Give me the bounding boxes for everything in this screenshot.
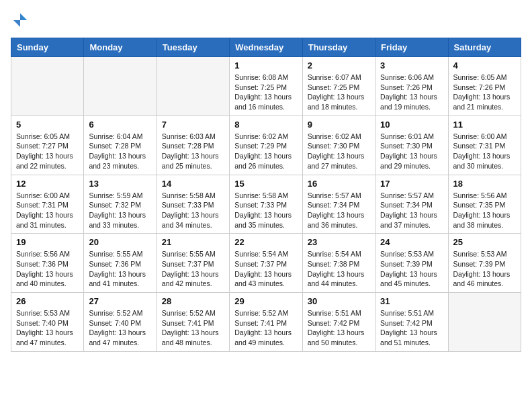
- day-number: 17: [380, 179, 443, 189]
- cell-info: Sunrise: 5:52 AM Sunset: 7:40 PM Dayligh…: [89, 308, 151, 348]
- day-number: 27: [89, 296, 151, 306]
- cell-info: Sunrise: 6:04 AM Sunset: 7:28 PM Dayligh…: [89, 132, 151, 171]
- week-row: 26Sunrise: 5:53 AM Sunset: 7:40 PM Dayli…: [11, 293, 521, 352]
- calendar-cell: 16Sunrise: 5:57 AM Sunset: 7:34 PM Dayli…: [302, 175, 375, 234]
- cell-info: Sunrise: 5:56 AM Sunset: 7:35 PM Dayligh…: [453, 191, 516, 230]
- weekday-header: Sunday: [11, 38, 84, 57]
- day-number: 13: [89, 179, 151, 189]
- day-number: 11: [453, 120, 516, 130]
- day-number: 20: [89, 237, 151, 247]
- calendar-cell: 28Sunrise: 5:52 AM Sunset: 7:41 PM Dayli…: [157, 293, 229, 352]
- cell-info: Sunrise: 6:00 AM Sunset: 7:31 PM Dayligh…: [16, 191, 79, 230]
- day-number: 19: [16, 237, 79, 247]
- cell-info: Sunrise: 5:55 AM Sunset: 7:36 PM Dayligh…: [89, 249, 151, 289]
- day-number: 30: [308, 296, 370, 306]
- cell-info: Sunrise: 6:01 AM Sunset: 7:30 PM Dayligh…: [380, 132, 443, 171]
- logo: [11, 11, 31, 30]
- calendar-cell: [11, 57, 84, 116]
- weekday-header: Monday: [84, 38, 157, 57]
- cell-info: Sunrise: 6:07 AM Sunset: 7:25 PM Dayligh…: [308, 73, 370, 112]
- calendar-cell: 6Sunrise: 6:04 AM Sunset: 7:28 PM Daylig…: [84, 116, 157, 175]
- calendar-cell: 21Sunrise: 5:55 AM Sunset: 7:37 PM Dayli…: [157, 234, 229, 293]
- calendar-cell: 4Sunrise: 6:05 AM Sunset: 7:26 PM Daylig…: [448, 57, 521, 116]
- calendar-cell: 30Sunrise: 5:51 AM Sunset: 7:42 PM Dayli…: [302, 293, 375, 352]
- day-number: 9: [308, 120, 370, 130]
- day-number: 6: [89, 120, 151, 130]
- day-number: 29: [234, 296, 297, 306]
- day-number: 23: [308, 237, 370, 247]
- day-number: 10: [380, 120, 443, 130]
- cell-info: Sunrise: 5:56 AM Sunset: 7:36 PM Dayligh…: [16, 249, 79, 289]
- calendar-cell: 9Sunrise: 6:02 AM Sunset: 7:30 PM Daylig…: [302, 116, 375, 175]
- calendar-cell: 31Sunrise: 5:51 AM Sunset: 7:42 PM Dayli…: [375, 293, 448, 352]
- weekday-header: Wednesday: [230, 38, 302, 57]
- weekday-header: Saturday: [448, 38, 521, 57]
- day-number: 15: [234, 179, 297, 189]
- page-header: [11, 11, 521, 30]
- cell-info: Sunrise: 5:57 AM Sunset: 7:34 PM Dayligh…: [380, 191, 443, 230]
- cell-info: Sunrise: 6:02 AM Sunset: 7:30 PM Dayligh…: [308, 132, 370, 171]
- cell-info: Sunrise: 5:57 AM Sunset: 7:34 PM Dayligh…: [308, 191, 370, 230]
- day-number: 21: [162, 237, 224, 247]
- calendar-cell: 18Sunrise: 5:56 AM Sunset: 7:35 PM Dayli…: [448, 175, 521, 234]
- weekday-header: Tuesday: [157, 38, 229, 57]
- calendar-cell: [157, 57, 229, 116]
- calendar-cell: 5Sunrise: 6:05 AM Sunset: 7:27 PM Daylig…: [11, 116, 84, 175]
- calendar-cell: 27Sunrise: 5:52 AM Sunset: 7:40 PM Dayli…: [84, 293, 157, 352]
- calendar-cell: 23Sunrise: 5:54 AM Sunset: 7:38 PM Dayli…: [302, 234, 375, 293]
- weekday-header: Thursday: [302, 38, 375, 57]
- calendar-table: SundayMondayTuesdayWednesdayThursdayFrid…: [11, 38, 521, 352]
- cell-info: Sunrise: 6:06 AM Sunset: 7:26 PM Dayligh…: [380, 73, 443, 112]
- calendar-cell: 11Sunrise: 6:00 AM Sunset: 7:31 PM Dayli…: [448, 116, 521, 175]
- day-number: 14: [162, 179, 224, 189]
- day-number: 7: [162, 120, 224, 130]
- week-row: 19Sunrise: 5:56 AM Sunset: 7:36 PM Dayli…: [11, 234, 521, 293]
- cell-info: Sunrise: 5:59 AM Sunset: 7:32 PM Dayligh…: [89, 191, 151, 230]
- calendar-cell: 1Sunrise: 6:08 AM Sunset: 7:25 PM Daylig…: [230, 57, 302, 116]
- calendar-cell: 25Sunrise: 5:53 AM Sunset: 7:39 PM Dayli…: [448, 234, 521, 293]
- calendar-cell: 2Sunrise: 6:07 AM Sunset: 7:25 PM Daylig…: [302, 57, 375, 116]
- day-number: 26: [16, 296, 79, 306]
- calendar-cell: 3Sunrise: 6:06 AM Sunset: 7:26 PM Daylig…: [375, 57, 448, 116]
- cell-info: Sunrise: 6:03 AM Sunset: 7:28 PM Dayligh…: [162, 132, 224, 171]
- calendar-cell: 19Sunrise: 5:56 AM Sunset: 7:36 PM Dayli…: [11, 234, 84, 293]
- cell-info: Sunrise: 5:58 AM Sunset: 7:33 PM Dayligh…: [162, 191, 224, 230]
- calendar-cell: 26Sunrise: 5:53 AM Sunset: 7:40 PM Dayli…: [11, 293, 84, 352]
- calendar-cell: 17Sunrise: 5:57 AM Sunset: 7:34 PM Dayli…: [375, 175, 448, 234]
- day-number: 4: [453, 60, 516, 71]
- week-row: 5Sunrise: 6:05 AM Sunset: 7:27 PM Daylig…: [11, 116, 521, 175]
- day-number: 1: [234, 60, 297, 71]
- cell-info: Sunrise: 5:54 AM Sunset: 7:38 PM Dayligh…: [308, 249, 370, 289]
- day-number: 5: [16, 120, 79, 130]
- calendar-cell: 24Sunrise: 5:53 AM Sunset: 7:39 PM Dayli…: [375, 234, 448, 293]
- calendar-cell: 10Sunrise: 6:01 AM Sunset: 7:30 PM Dayli…: [375, 116, 448, 175]
- calendar-cell: 15Sunrise: 5:58 AM Sunset: 7:33 PM Dayli…: [230, 175, 302, 234]
- day-number: 12: [16, 179, 79, 189]
- day-number: 8: [234, 120, 297, 130]
- calendar-cell: 8Sunrise: 6:02 AM Sunset: 7:29 PM Daylig…: [230, 116, 302, 175]
- day-number: 16: [308, 179, 370, 189]
- calendar-cell: 29Sunrise: 5:52 AM Sunset: 7:41 PM Dayli…: [230, 293, 302, 352]
- calendar-cell: 12Sunrise: 6:00 AM Sunset: 7:31 PM Dayli…: [11, 175, 84, 234]
- calendar-cell: 22Sunrise: 5:54 AM Sunset: 7:37 PM Dayli…: [230, 234, 302, 293]
- calendar-cell: 13Sunrise: 5:59 AM Sunset: 7:32 PM Dayli…: [84, 175, 157, 234]
- cell-info: Sunrise: 6:05 AM Sunset: 7:27 PM Dayligh…: [16, 132, 79, 171]
- cell-info: Sunrise: 5:54 AM Sunset: 7:37 PM Dayligh…: [234, 249, 297, 289]
- day-number: 3: [380, 60, 443, 71]
- cell-info: Sunrise: 5:52 AM Sunset: 7:41 PM Dayligh…: [162, 308, 224, 348]
- cell-info: Sunrise: 5:51 AM Sunset: 7:42 PM Dayligh…: [308, 308, 370, 348]
- day-number: 18: [453, 179, 516, 189]
- day-number: 28: [162, 296, 224, 306]
- calendar-cell: 20Sunrise: 5:55 AM Sunset: 7:36 PM Dayli…: [84, 234, 157, 293]
- weekday-header: Friday: [375, 38, 448, 57]
- calendar-header-row: SundayMondayTuesdayWednesdayThursdayFrid…: [11, 38, 521, 57]
- cell-info: Sunrise: 5:53 AM Sunset: 7:40 PM Dayligh…: [16, 308, 79, 348]
- cell-info: Sunrise: 5:58 AM Sunset: 7:33 PM Dayligh…: [234, 191, 297, 230]
- cell-info: Sunrise: 5:53 AM Sunset: 7:39 PM Dayligh…: [380, 249, 443, 289]
- day-number: 22: [234, 237, 297, 247]
- logo-icon: [11, 11, 30, 30]
- cell-info: Sunrise: 5:51 AM Sunset: 7:42 PM Dayligh…: [380, 308, 443, 348]
- cell-info: Sunrise: 6:08 AM Sunset: 7:25 PM Dayligh…: [234, 73, 297, 112]
- cell-info: Sunrise: 5:55 AM Sunset: 7:37 PM Dayligh…: [162, 249, 224, 289]
- day-number: 25: [453, 237, 516, 247]
